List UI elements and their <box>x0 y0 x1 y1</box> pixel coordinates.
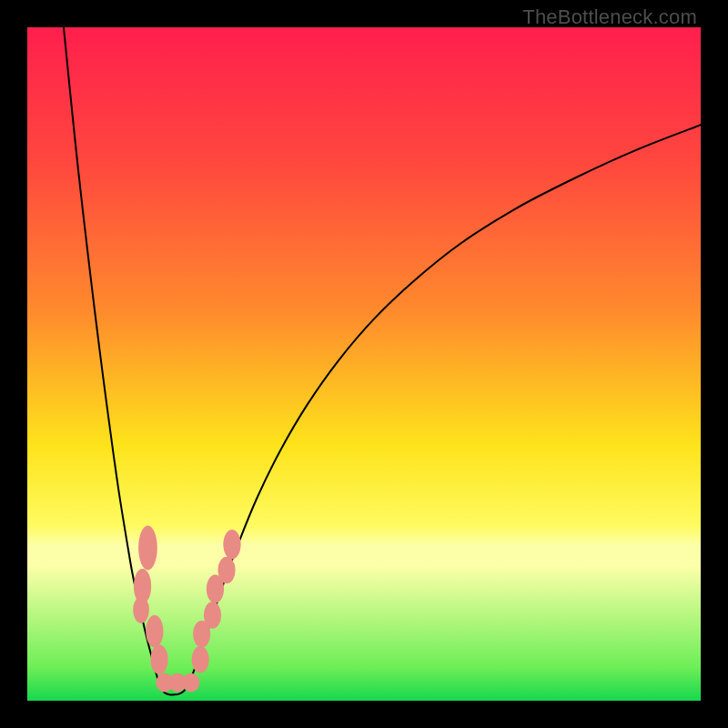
data-marker <box>138 526 157 571</box>
data-marker <box>150 645 167 675</box>
data-marker <box>192 646 209 673</box>
data-marker <box>146 615 163 648</box>
plot-area <box>27 27 701 701</box>
data-marker <box>204 602 221 629</box>
data-marker <box>223 530 240 560</box>
data-marker <box>182 673 199 693</box>
watermark-text: TheBottleneck.com <box>522 5 697 29</box>
data-marker <box>134 569 151 603</box>
data-marker <box>217 557 235 584</box>
curve-layer <box>27 27 701 701</box>
chart-frame: TheBottleneck.com <box>0 0 728 728</box>
data-markers <box>133 526 240 693</box>
bottleneck-curve <box>64 27 701 695</box>
